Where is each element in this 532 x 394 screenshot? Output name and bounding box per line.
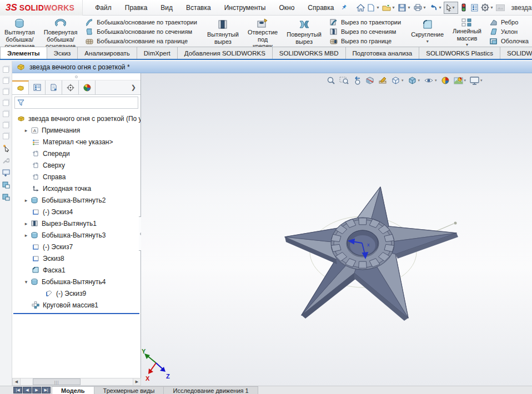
tree-filter-input[interactable] [14,97,138,109]
select-entity-button[interactable] [2,144,10,152]
scrollbar-thumb[interactable]: ||| [33,378,81,385]
tree-item-origin[interactable]: Исходная точка [12,183,140,194]
expand-arrow-icon[interactable]: ▸ [22,128,30,133]
standard-view-button[interactable] [3,133,9,139]
undo-icon[interactable] [428,3,438,13]
tree-item-circular-pattern1[interactable]: Круговой массив1 [12,299,140,311]
tab-inspection[interactable]: SOLIDWORKS Inspection [500,47,532,59]
displaymanager-tab[interactable] [79,80,96,94]
undo-dropdown-icon[interactable]: ▾ [439,5,443,10]
menu-insert[interactable]: Вставка [180,1,217,14]
standard-view-button[interactable] [3,78,9,84]
paste-appearance-button[interactable] [2,194,10,201]
standard-view-button[interactable] [3,122,9,128]
tree-root-item[interactable]: звезда вечного огня с розеткой (По ум [12,113,140,124]
model-tab[interactable]: Модель [52,386,94,394]
hole-wizard-button[interactable]: Отверстие под крепеж ▾ [243,16,282,47]
tree-item-cut-extrude1[interactable]: ▸ Вырез-Вытянуть1 [12,218,140,229]
tree-item-chamfer1[interactable]: Фаска1 [12,264,140,276]
new-window-button[interactable] [2,169,10,176]
document-tab-title[interactable]: звезда вечного огня с розеткой * [29,63,130,71]
boundary-boss-button[interactable]: Бобышка/основание на границе [85,36,197,46]
file-properties-icon[interactable] [469,3,479,13]
linear-pattern-button[interactable]: Линейный массив ▾ [448,16,486,47]
options-dropdown-icon[interactable]: ▾ [490,5,495,10]
expand-arrow-icon[interactable]: ▸ [22,198,30,203]
tree-item-boss-extrude3[interactable]: ▸ Бобышка-Вытянуть3 [12,229,140,241]
fillet-button[interactable]: Скругление ▾ [406,16,448,47]
menu-window[interactable]: Окно [273,1,300,14]
copy-appearance-button[interactable] [2,181,10,189]
tree-item-annotations[interactable]: ▸ A Примечания [12,124,140,136]
rollback-bar[interactable] [13,313,139,314]
lofted-boss-button[interactable]: Бобышка/основание по сечениям [85,27,197,36]
save-dropdown-icon[interactable]: ▾ [408,5,412,10]
tab-addins[interactable]: Добавления SOLIDWORKS [177,47,273,59]
standard-view-button[interactable] [3,89,9,95]
revolved-boss-button[interactable]: Повернутая бобышка/основание [39,16,82,47]
tree-item-sketch7[interactable]: (-) Эскиз7 [12,241,140,252]
tab-sketch[interactable]: Эскиз [47,47,78,59]
panel-tabs-expand-icon[interactable]: ❯ [127,80,140,94]
rib-button[interactable]: Ребро [489,17,529,27]
standard-view-button[interactable] [3,67,9,73]
revolved-cut-button[interactable]: Повернутый вырез [282,16,326,47]
extruded-cut-button[interactable]: Вытянутый вырез [203,16,243,47]
next-tab-icon[interactable]: ▶ [32,387,41,393]
new-document-icon[interactable] [366,3,376,13]
scroll-left-icon[interactable]: ◀ [13,378,21,385]
save-icon[interactable] [397,3,407,13]
open-icon[interactable] [382,3,392,13]
boundary-cut-button[interactable]: Вырез по границе [329,36,401,46]
shell-button[interactable]: Оболочка [489,36,529,46]
rebuild-icon[interactable] [459,3,469,13]
fillet-dropdown-icon[interactable]: ▾ [426,39,429,44]
menu-view[interactable]: Вид [155,1,178,14]
tree-item-sketch4[interactable]: (-) Эскиз4 [12,206,140,218]
lofted-cut-button[interactable]: Вырез по сечениям [329,27,401,36]
motion-study-tab[interactable]: Исследование движения 1 [163,386,258,394]
tab-dimxpert[interactable]: DimXpert [137,47,178,59]
tree-item-boss-extrude4[interactable]: ▾ Бобышка-Вытянуть4 [12,276,140,287]
print-dropdown-icon[interactable]: ▾ [423,5,428,10]
last-tab-icon[interactable]: ▶| [42,387,51,393]
standard-view-button[interactable] [3,111,9,117]
tree-item-boss-extrude2[interactable]: ▸ Бобышка-Вытянуть2 [12,194,140,206]
configurationmanager-tab[interactable] [46,80,62,94]
select-tool-button[interactable]: ▾ [444,2,458,14]
star-model[interactable]: x Y X Z [141,73,532,386]
tree-item-material[interactable]: Материал <не указан> [12,136,140,148]
tab-analysis-prep[interactable]: Подготовка анализа [345,47,420,59]
tree-horizontal-scrollbar[interactable]: ◀ ||| ▶ [12,378,141,386]
tree-item-right-plane[interactable]: Справа [12,171,140,183]
prev-tab-icon[interactable]: ◀ [23,387,32,393]
draft-button[interactable]: Уклон [489,27,529,36]
home-icon[interactable] [355,3,365,13]
tab-evaluate[interactable]: Анализировать [77,47,137,59]
tree-item-sketch8[interactable]: Эскиз8 [12,252,140,264]
print-icon[interactable] [413,3,423,13]
expand-arrow-icon[interactable]: ▸ [22,233,30,238]
menu-file[interactable]: Файл [89,1,117,14]
standard-view-button[interactable] [3,100,9,106]
tree-item-front-plane[interactable]: Спереди [12,148,140,159]
select-dropdown-icon[interactable]: ▾ [452,5,456,10]
pin-menu-icon[interactable]: 🖈 [339,2,350,13]
featuremanager-tab[interactable] [12,80,29,94]
graphics-viewport[interactable]: ▾ ▾ ▾ ▾ ▾ [141,73,532,386]
scroll-right-icon[interactable]: ▶ [133,378,140,385]
open-dropdown-icon[interactable]: ▾ [392,5,397,10]
tree-item-sketch9[interactable]: (-) Эскиз9 [12,287,140,299]
expand-arrow-icon[interactable]: ▸ [22,221,30,226]
tab-features[interactable]: Элементы [0,47,47,59]
swept-boss-button[interactable]: Бобышка/основание по траектории [85,17,197,27]
3d-views-tab[interactable]: Трехмерные виды [94,386,164,394]
extruded-boss-button[interactable]: Вытянутая бобышка/основание [0,16,39,47]
new-dropdown-icon[interactable]: ▾ [377,5,381,10]
menu-edit[interactable]: Правка [119,1,153,14]
propertymanager-tab[interactable] [29,80,46,94]
menu-help[interactable]: Справка [302,1,339,14]
tree-item-top-plane[interactable]: Сверху [12,159,140,171]
options-gear-icon[interactable] [480,3,490,13]
tab-mbd[interactable]: SOLIDWORKS MBD [272,47,346,59]
